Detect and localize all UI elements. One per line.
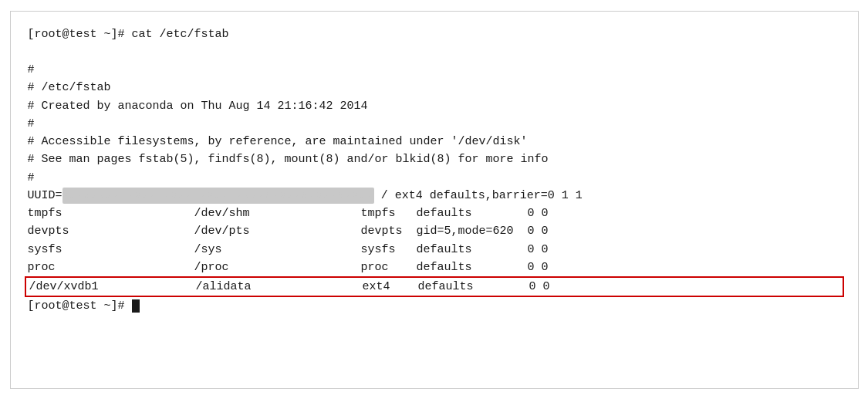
comment-line-4: # (28, 115, 841, 133)
comment-line-5: # Accessible filesystems, by reference, … (28, 133, 841, 150)
devpts-line: devpts /dev/pts devpts gid=5,mode=620 0 … (28, 222, 841, 240)
tmpfs-line: tmpfs /dev/shm tmpfs defaults 0 0 (28, 205, 841, 222)
comment-line-7: # (28, 169, 841, 187)
uuid-suffix: / ext4 defaults,barrier=0 1 1 (374, 189, 583, 202)
command-line: [root@test ~]# cat /etc/fstab (28, 25, 841, 43)
cursor (132, 299, 140, 313)
comment-line-1: # (28, 61, 841, 79)
uuid-line: UUID=xxxxxxxx-xxxx-xxxx-xxxx-xxxxxxxxxxx… (28, 187, 841, 205)
sysfs-line: sysfs /sys sysfs defaults 0 0 (28, 241, 841, 259)
empty-line-1 (28, 43, 841, 61)
comment-line-2: # /etc/fstab (28, 79, 841, 96)
uuid-value: xxxxxxxx-xxxx-xxxx-xxxx-xxxxxxxxxxxxxxxx… (62, 188, 374, 205)
terminal-window: [root@test ~]# cat /etc/fstab # # /etc/f… (10, 11, 859, 389)
proc-line: proc /proc proc defaults 0 0 (28, 259, 841, 276)
comment-line-6: # See man pages fstab(5), findfs(8), mou… (28, 150, 841, 168)
xvdb1-highlighted-line: /dev/xvdb1 /alidata ext4 defaults 0 0 (25, 276, 844, 297)
comment-line-3: # Created by anaconda on Thu Aug 14 21:1… (28, 97, 841, 115)
final-prompt-line: [root@test ~]# (28, 297, 841, 315)
